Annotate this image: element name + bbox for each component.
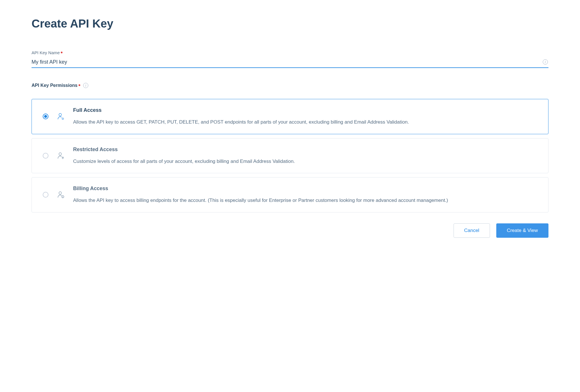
api-key-name-label: API Key Name [32,50,548,55]
required-indicator-icon [79,84,80,86]
svg-point-0 [59,114,62,116]
user-star-icon [56,112,65,120]
option-title: Billing Access [73,186,537,192]
svg-point-3 [59,192,62,194]
svg-point-1 [59,153,62,155]
api-key-name-label-text: API Key Name [32,50,60,55]
cancel-button[interactable]: Cancel [454,223,490,238]
api-key-name-field-wrap: API Key Name i [32,50,548,68]
api-key-name-input[interactable] [32,57,548,68]
svg-text:$: $ [62,196,63,198]
permissions-label-text: API Key Permissions [32,83,77,88]
button-row: Cancel Create & View [32,223,548,238]
permissions-label-row: API Key Permissions i [32,83,548,88]
info-icon[interactable]: i [83,83,88,88]
info-icon[interactable]: i [543,59,548,65]
radio-button[interactable] [43,114,48,119]
svg-point-2 [62,157,63,158]
permission-option-billing-access[interactable]: $ Billing Access Allows the API key to a… [32,177,548,212]
permissions-label: API Key Permissions [32,83,80,88]
user-gear-icon [56,152,65,160]
user-dollar-icon: $ [56,191,65,199]
page-title: Create API Key [32,17,548,30]
permission-option-full-access[interactable]: Full Access Allows the API key to access… [32,99,548,134]
option-title: Full Access [73,107,537,113]
option-description: Customize levels of access for all parts… [73,158,537,165]
radio-button[interactable] [43,153,48,159]
permission-option-restricted-access[interactable]: Restricted Access Customize levels of ac… [32,138,548,173]
radio-button[interactable] [43,192,48,198]
create-view-button[interactable]: Create & View [496,223,548,238]
option-text: Billing Access Allows the API key to acc… [73,186,537,204]
option-title: Restricted Access [73,147,537,153]
option-text: Restricted Access Customize levels of ac… [73,147,537,165]
option-description: Allows the API key to access GET, PATCH,… [73,118,537,126]
required-indicator-icon [61,52,63,53]
option-description: Allows the API key to access billing end… [73,197,537,204]
option-text: Full Access Allows the API key to access… [73,107,537,126]
